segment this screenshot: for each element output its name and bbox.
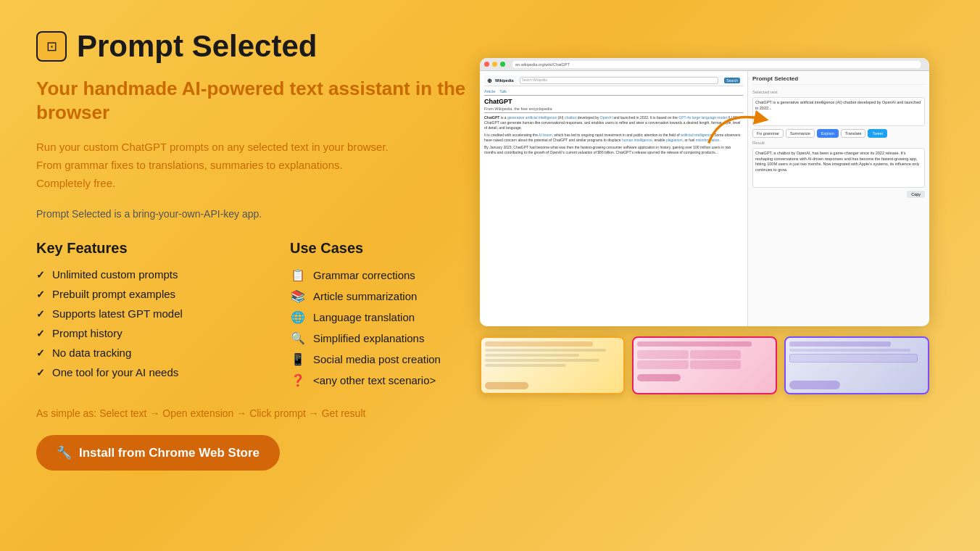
copy-button[interactable]: Copy <box>907 191 925 198</box>
right-panel: en.wikipedia.org/wiki/ChatGPT ⊕ Wikipedi… <box>480 58 944 394</box>
feature-item-3: Supports latest GPT model <box>36 307 246 320</box>
feature-item-2: Prebuilt prompt examples <box>36 288 246 300</box>
summarize-icon: 📚 <box>290 289 306 303</box>
wiki-search-placeholder: Search Wikipedia <box>520 78 547 82</box>
small-screenshot-3 <box>784 336 929 394</box>
tweet-btn[interactable]: Tweet <box>868 129 887 138</box>
use-cases-heading: Use Cases <box>290 240 500 257</box>
selected-text-label: Selected text <box>752 90 925 94</box>
feature-item-5: No data tracking <box>36 347 246 359</box>
use-cases-col: Use Cases 📋 Grammar corrections 📚 Articl… <box>290 240 500 387</box>
use-case-label-6: <any other text scenario> <box>313 374 436 386</box>
summarize-btn[interactable]: Summarize <box>786 129 815 138</box>
install-label: Install from Chrome Web Store <box>79 446 259 460</box>
wiki-header: ⊕ Wikipedia Search Wikipedia Search <box>484 75 743 86</box>
feature-item-4: Prompt history <box>36 327 246 339</box>
extension-panel: Prompt Selected Selected text ChatGPT is… <box>748 71 929 326</box>
small-screenshot-1 <box>480 336 625 394</box>
install-icon: 🔧 <box>57 445 72 460</box>
use-case-label-2: Article summarization <box>313 290 417 302</box>
use-case-item-5: 📱 Social media post creation <box>290 352 500 366</box>
small-screenshot-2 <box>632 336 777 394</box>
features-use-cases: Key Features Unlimited custom prompts Pr… <box>36 240 500 387</box>
use-case-item-4: 🔍 Simplified explanations <box>290 331 500 345</box>
page-layout: ⊡ Prompt Selected Your handmade AI-power… <box>36 29 944 551</box>
extension-title: Prompt Selected <box>752 75 925 85</box>
selected-text-display: ChatGPT is a generative artificial intel… <box>752 97 925 126</box>
key-features-col: Key Features Unlimited custom prompts Pr… <box>36 240 246 387</box>
grammar-icon: 📋 <box>290 268 306 282</box>
use-case-label-3: Language translation <box>313 311 415 323</box>
use-case-label-5: Social media post creation <box>313 353 441 365</box>
feature-item-6: One tool for your AI needs <box>36 366 246 378</box>
result-text: ChatGPT, a chatbot by OpenAI, has been a… <box>752 148 925 188</box>
use-case-item-2: 📚 Article summarization <box>290 289 500 303</box>
byor-note: Prompt Selected is a bring-your-own-API-… <box>36 208 500 220</box>
desc-line-1: Run your custom ChatGPT prompts on any s… <box>36 141 389 153</box>
page-title: Prompt Selected <box>77 29 317 64</box>
explain-icon: 🔍 <box>290 331 306 345</box>
feature-list: Unlimited custom prompts Prebuilt prompt… <box>36 268 246 378</box>
wiki-logo: ⊕ <box>487 78 492 84</box>
action-buttons: Fix grammar Summarize Explain Translate … <box>752 129 925 138</box>
wiki-tabs: Article Talk <box>484 89 743 96</box>
url-bar: en.wikipedia.org/wiki/ChatGPT <box>515 62 570 67</box>
translate-icon: 🌐 <box>290 310 306 324</box>
wiki-brand: Wikipedia <box>495 78 514 83</box>
translate-btn[interactable]: Translate <box>841 129 866 138</box>
use-case-label-1: Grammar corrections <box>313 269 415 281</box>
left-content: ⊡ Prompt Selected Your handmade AI-power… <box>36 29 500 471</box>
wiki-search-bar[interactable]: Search Wikipedia <box>520 77 719 84</box>
explain-btn[interactable]: Explain <box>817 129 839 138</box>
desc-line-2: From grammar fixes to translations, summ… <box>36 159 343 171</box>
use-case-item-3: 🌐 Language translation <box>290 310 500 324</box>
wiki-side: ⊕ Wikipedia Search Wikipedia Search Arti… <box>480 71 748 326</box>
use-case-item-1: 📋 Grammar corrections <box>290 268 500 282</box>
wiki-search-button[interactable]: Search <box>724 78 740 83</box>
header-row: ⊡ Prompt Selected <box>36 29 500 64</box>
social-icon: 📱 <box>290 352 306 366</box>
tagline: Your handmade AI-powered text assistant … <box>36 77 500 124</box>
use-case-label-4: Simplified explanations <box>313 332 424 344</box>
wiki-title: ChatGPT <box>484 98 743 105</box>
wiki-body: ChatGPT is a generative artificial intel… <box>484 115 743 155</box>
ss1-content <box>481 338 623 393</box>
workflow-text: As simple as: Select text → Open extensi… <box>36 407 500 419</box>
ss2-content <box>634 338 776 393</box>
result-label: Result <box>752 141 925 145</box>
use-case-list: 📋 Grammar corrections 📚 Article summariz… <box>290 268 500 387</box>
key-features-heading: Key Features <box>36 240 246 257</box>
wiki-subtitle: From Wikipedia, the free encyclopedia <box>484 107 743 113</box>
feature-item-1: Unlimited custom prompts <box>36 268 246 281</box>
app-logo-icon: ⊡ <box>36 31 67 62</box>
small-screenshots-row <box>480 336 929 394</box>
install-button[interactable]: 🔧 Install from Chrome Web Store <box>36 435 280 471</box>
main-screenshot: en.wikipedia.org/wiki/ChatGPT ⊕ Wikipedi… <box>480 58 929 326</box>
ss3-content <box>786 338 928 393</box>
desc-line-3: Completely free. <box>36 177 115 189</box>
use-case-item-6: ❓ <any other text scenario> <box>290 373 500 387</box>
other-icon: ❓ <box>290 373 306 387</box>
description: Run your custom ChatGPT prompts on any s… <box>36 138 486 192</box>
fix-grammar-btn[interactable]: Fix grammar <box>752 129 784 138</box>
